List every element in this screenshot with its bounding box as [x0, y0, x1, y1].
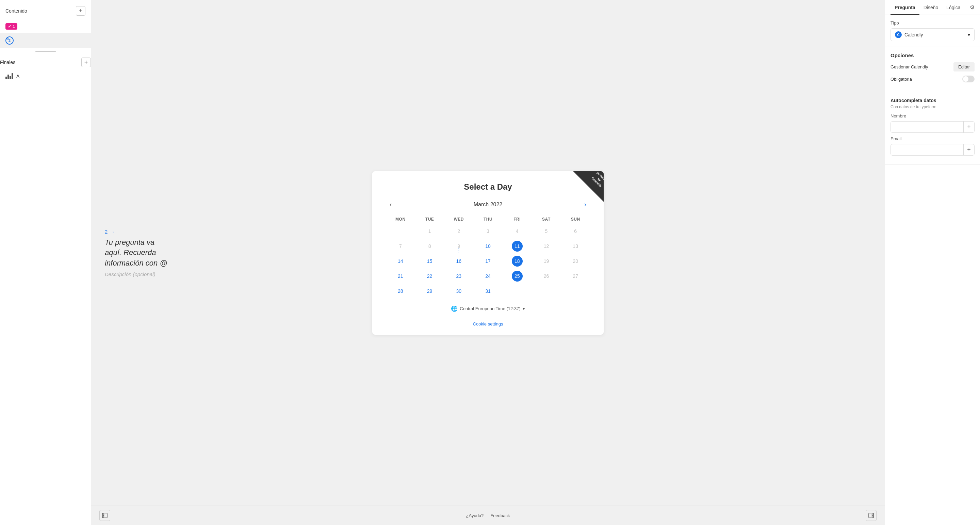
cal-cell-31[interactable]: 31 [473, 284, 503, 298]
day-header-tue: TUE [415, 215, 444, 224]
add-contenido-button[interactable]: + [76, 6, 86, 16]
timezone-row[interactable]: 🌐 Central European Time (12:37) ▾ [386, 305, 590, 312]
tab-logica[interactable]: Lógica [942, 0, 964, 15]
calendar-nav: ‹ March 2022 › [386, 200, 590, 209]
add-finales-button[interactable]: + [81, 57, 91, 67]
ayuda-link[interactable]: ¿Ayuda? [466, 513, 484, 518]
cal-cell-empty-2 [503, 284, 532, 298]
nombre-input-row: + [891, 121, 975, 133]
autocompleta-label: Autocompleta datos [891, 98, 975, 103]
cal-cell-16[interactable]: 16 [444, 254, 473, 269]
day-header-sun: SUN [561, 215, 590, 224]
nombre-label: Nombre [891, 113, 975, 118]
email-label: Email [891, 136, 975, 141]
prev-month-button[interactable]: ‹ [386, 200, 395, 209]
cal-cell-29[interactable]: 29 [415, 284, 444, 298]
item-2-badge: 2 [5, 37, 14, 45]
question-text[interactable]: Tu pregunta va aquí. Recuerda informació… [105, 237, 173, 268]
cal-cell-23[interactable]: 23 [444, 269, 473, 284]
cal-cell-30[interactable]: 30 [444, 284, 473, 298]
calendar-month: March 2022 [474, 201, 503, 208]
calendar-title: Select a Day [386, 182, 590, 191]
editar-button[interactable]: Editar [953, 62, 975, 72]
tipo-label: Tipo [891, 21, 975, 26]
finales-label: Finales [0, 60, 15, 65]
cal-cell-14[interactable]: 14 [386, 254, 415, 269]
question-description[interactable]: Descripción (opcional) [105, 271, 173, 277]
panel-left-icon [102, 513, 108, 518]
opciones-title: Opciones [891, 53, 975, 58]
gestionar-label: Gestionar Calendly [891, 64, 928, 69]
calendar-week-4: 21 22 23 24 25 26 27 [386, 269, 590, 284]
cal-cell-13: 13 [561, 239, 590, 254]
cal-cell-19: 19 [532, 254, 561, 269]
cal-cell-20: 20 [561, 254, 590, 269]
tab-diseno[interactable]: Diseño [920, 0, 943, 15]
calendar-week-3: 14 15 16 17 18 19 20 [386, 254, 590, 269]
question-number: 2 → [105, 228, 173, 234]
calendar-week-5: 28 29 30 31 [386, 284, 590, 298]
collapse-right-button[interactable] [865, 510, 877, 521]
cal-cell-12: 12 [532, 239, 561, 254]
canvas-area: 2 → Tu pregunta va aquí. Recuerda inform… [91, 0, 885, 506]
bar-chart-icon [5, 73, 13, 79]
calendar-week-1: 1 2 3 4 5 6 [386, 224, 590, 239]
nombre-plus-button[interactable]: + [963, 121, 974, 132]
autocompleta-section: Autocompleta datos Con datos de tu typef… [885, 92, 980, 165]
cal-cell-4: 4 [503, 224, 532, 239]
tipo-dropdown[interactable]: C Calendly ▾ [891, 28, 975, 41]
cal-cell-10[interactable]: 10 [473, 239, 503, 254]
panel-right-icon [869, 513, 874, 518]
nombre-input[interactable] [891, 122, 963, 132]
email-plus-button[interactable]: + [963, 144, 974, 155]
tipo-value: Calendly [904, 32, 923, 37]
scroll-indicator [35, 51, 56, 52]
cal-cell-25[interactable]: 25 [503, 269, 532, 284]
cal-cell-28[interactable]: 28 [386, 284, 415, 298]
tab-pregunta[interactable]: Pregunta [891, 0, 920, 15]
globe-icon: 🌐 [451, 305, 458, 312]
cal-cell-22[interactable]: 22 [415, 269, 444, 284]
autocompleta-sub: Con datos de tu typeform [891, 105, 975, 109]
cal-cell-27: 27 [561, 269, 590, 284]
cal-cell-18[interactable]: 18 [503, 254, 532, 269]
cal-cell-26: 26 [532, 269, 561, 284]
timezone-text: Central European Time (12:37) [460, 306, 520, 311]
email-input-row: + [891, 144, 975, 156]
cal-cell-17[interactable]: 17 [473, 254, 503, 269]
cal-cell-21[interactable]: 21 [386, 269, 415, 284]
gestionar-row: Gestionar Calendly Editar [891, 62, 975, 72]
calendar-header-row: MON TUE WED THU FRI SAT SUN [386, 215, 590, 224]
obligatoria-toggle[interactable] [962, 76, 975, 82]
calendar-footer: Cookie settings [386, 314, 590, 327]
sidebar-item-1[interactable]: ✓ 1 [0, 20, 91, 33]
bottom-bar: ¿Ayuda? Feedback [91, 506, 885, 525]
cal-cell-5: 5 [532, 224, 561, 239]
dropdown-chevron-icon: ▾ [968, 32, 970, 37]
obligatoria-row: Obligatoria [891, 76, 975, 82]
next-month-button[interactable]: › [581, 200, 590, 209]
cal-cell-1: 1 [415, 224, 444, 239]
feedback-link[interactable]: Feedback [490, 513, 510, 518]
finales-item-a[interactable]: A [0, 70, 91, 83]
collapse-left-button[interactable] [99, 510, 110, 521]
question-label-area: 2 → Tu pregunta va aquí. Recuerda inform… [105, 228, 173, 277]
calendar-grid: MON TUE WED THU FRI SAT SUN 1 2 3 4 5 6 [386, 215, 590, 298]
tipo-section: Tipo C Calendly ▾ [885, 15, 980, 47]
calendly-type-icon: C [895, 31, 902, 38]
cal-cell-7: 7 [386, 239, 415, 254]
settings-gear-icon[interactable]: ⚙ [970, 4, 975, 11]
email-input[interactable] [891, 145, 963, 155]
cookie-settings-link[interactable]: Cookie settings [473, 321, 503, 327]
question-num: 2 [105, 228, 108, 234]
day-header-fri: FRI [503, 215, 532, 224]
main-content: 2 → Tu pregunta va aquí. Recuerda inform… [91, 0, 885, 525]
bottom-links: ¿Ayuda? Feedback [466, 513, 510, 518]
calendar-card: poweredbyCalendly Select a Day ‹ March 2… [372, 171, 604, 335]
cal-cell-11[interactable]: 11 [503, 239, 532, 254]
sidebar-item-2[interactable]: 2 [0, 33, 91, 48]
cal-cell-24[interactable]: 24 [473, 269, 503, 284]
calendar-week-2: 7 8 9 • 10 11 12 13 [386, 239, 590, 254]
check-icon: ✓ [8, 24, 11, 29]
cal-cell-15[interactable]: 15 [415, 254, 444, 269]
